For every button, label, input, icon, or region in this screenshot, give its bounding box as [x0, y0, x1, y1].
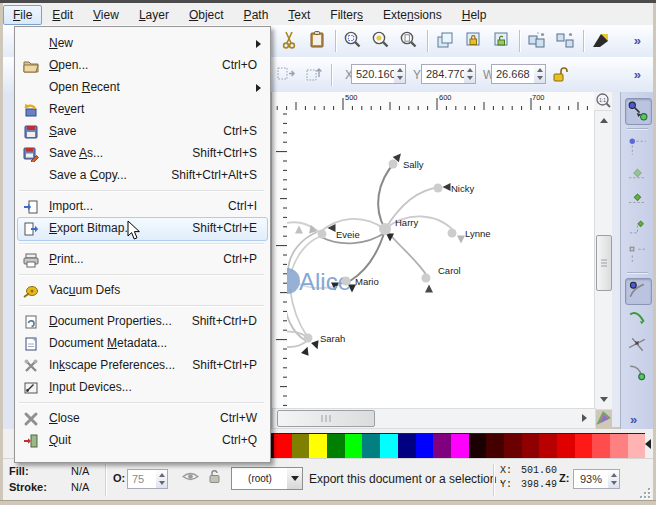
zoom-page-button[interactable] — [399, 30, 421, 52]
palette-swatch[interactable] — [274, 434, 292, 458]
layer-lock-icon[interactable] — [206, 467, 224, 486]
menubar-item-edit[interactable]: Edit — [42, 5, 83, 25]
palette-swatch[interactable] — [362, 434, 380, 458]
opacity-spinner[interactable] — [156, 469, 168, 489]
canvas[interactable]: AliceHarrySallyNickyEveieLynneMarioCarol… — [287, 110, 594, 408]
y-spinner[interactable] — [464, 64, 476, 84]
vscroll-thumb[interactable] — [596, 235, 612, 291]
menu-item-new[interactable]: New — [17, 32, 268, 56]
fill-stroke-button[interactable] — [591, 30, 613, 52]
palette-swatch[interactable] — [486, 434, 504, 458]
menu-item-close[interactable]: CloseCtrl+W — [17, 407, 268, 431]
graph-node-mario[interactable] — [342, 277, 351, 286]
palette-swatch[interactable] — [575, 434, 593, 458]
menu-item-save[interactable]: SaveCtrl+S — [17, 120, 268, 144]
palette-swatch[interactable] — [539, 434, 557, 458]
layer-visibility-eye-icon[interactable] — [181, 467, 200, 486]
menubar-item-path[interactable]: Path — [234, 5, 279, 25]
snap-bbox-corners-button[interactable] — [625, 134, 652, 161]
y-coordinate-input[interactable]: 284.770 — [421, 64, 469, 84]
snap-overflow-chevron[interactable]: » — [630, 412, 637, 427]
zoom-1-1-icon[interactable]: 1:1 — [594, 92, 613, 110]
menu-item-document-properties[interactable]: Document Properties...Shift+Ctrl+D — [17, 310, 268, 334]
w-coordinate-input[interactable]: 26.668 — [491, 64, 539, 84]
scroll-down-arrow[interactable] — [600, 397, 608, 402]
palette-swatch[interactable] — [504, 434, 522, 458]
menu-item-quit[interactable]: QuitCtrl+Q — [17, 429, 268, 453]
raise-to-top-button[interactable] — [304, 64, 326, 86]
palette-swatch[interactable] — [522, 434, 540, 458]
palette-swatch[interactable] — [327, 434, 345, 458]
snap-bbox-edges-button[interactable] — [625, 161, 652, 188]
toolbar-overflow-chevron[interactable]: » — [634, 33, 641, 48]
scroll-right-arrow[interactable] — [582, 414, 587, 422]
palette-swatch[interactable] — [628, 434, 646, 458]
hscroll-thumb[interactable] — [277, 410, 375, 427]
graph-node-nicky[interactable] — [434, 184, 443, 193]
snap-nodes-button[interactable] — [625, 242, 652, 269]
menu-item-document-metadata[interactable]: Document Metadata... — [17, 332, 268, 356]
x-spinner[interactable] — [394, 64, 406, 84]
tool-options-overflow-chevron[interactable]: » — [634, 67, 641, 82]
menubar-item-file[interactable]: File — [3, 5, 42, 25]
menu-item-import[interactable]: Import...Ctrl+I — [17, 195, 268, 219]
palette-swatch[interactable] — [416, 434, 434, 458]
menu-item-save-as[interactable]: Save As...Shift+Ctrl+S — [17, 142, 268, 166]
resize-grip[interactable] — [638, 486, 650, 498]
palette-swatch[interactable] — [433, 434, 451, 458]
paste-button[interactable] — [307, 30, 329, 52]
raise-selection-button[interactable] — [276, 64, 298, 86]
zoom-selection-button[interactable] — [343, 30, 365, 52]
graph-node-lynne[interactable] — [448, 229, 457, 238]
scroll-up-arrow[interactable] — [600, 118, 608, 123]
graph-node-sally[interactable] — [389, 160, 398, 169]
snap-bbox-edge-midpoints-button[interactable] — [625, 188, 652, 215]
lock-ratio-icon[interactable] — [551, 64, 573, 86]
palette-swatch[interactable] — [592, 434, 610, 458]
cut-button[interactable] — [279, 30, 301, 52]
palette-swatch[interactable] — [380, 434, 398, 458]
palette-swatch[interactable] — [309, 434, 327, 458]
palette-swatch[interactable] — [610, 434, 628, 458]
menu-item-export-bitmap[interactable]: Export Bitmap...Shift+Ctrl+E — [17, 217, 268, 241]
snap-cusp-nodes-button[interactable] — [625, 359, 652, 386]
menubar-item-extensions[interactable]: Extensions — [373, 5, 452, 25]
graph-node-harry[interactable] — [379, 223, 391, 235]
menu-item-vacuum-defs[interactable]: Vacuum Defs — [17, 279, 268, 303]
zoom-spinner[interactable] — [608, 469, 620, 489]
menubar-item-filters[interactable]: Filters — [320, 5, 373, 25]
vertical-scrollbar[interactable] — [594, 110, 614, 410]
palette-swatch[interactable] — [345, 434, 363, 458]
graph-node-carol[interactable] — [422, 274, 431, 283]
layer-selector-dropdown[interactable] — [287, 467, 303, 490]
palette-swatch[interactable] — [469, 434, 487, 458]
ungroup-objects-button[interactable] — [555, 30, 577, 52]
x-coordinate-input[interactable]: 520.160 — [351, 64, 399, 84]
menu-item-inkscape-preferences[interactable]: Inkscape Preferences...Shift+Ctrl+P — [17, 354, 268, 378]
create-clone-button[interactable] — [463, 30, 485, 52]
graph-node-eveie[interactable] — [318, 230, 327, 239]
zoom-drawing-button[interactable] — [371, 30, 393, 52]
menu-item-save-a-copy[interactable]: Save a Copy...Shift+Ctrl+Alt+S — [17, 164, 268, 188]
graph-node-sarah[interactable] — [304, 334, 313, 343]
zoom-input[interactable]: 93% — [573, 469, 609, 489]
palette-swatch[interactable] — [557, 434, 575, 458]
fill-value[interactable]: N/A — [71, 465, 89, 477]
menu-item-input-devices[interactable]: Input Devices... — [17, 376, 268, 400]
menubar-item-object[interactable]: Object — [179, 5, 234, 25]
menu-item-revert[interactable]: Revert — [17, 98, 268, 122]
group-objects-button[interactable] — [527, 30, 549, 52]
layer-selector[interactable]: (root) — [231, 467, 289, 490]
menu-item-open-recent[interactable]: Open Recent — [17, 76, 268, 100]
palette-swatch[interactable] — [292, 434, 310, 458]
horizontal-scrollbar[interactable] — [272, 408, 596, 429]
palette-scroll-left-icon[interactable] — [645, 439, 651, 449]
palette-swatch[interactable] — [451, 434, 469, 458]
enable-snapping-button[interactable] — [625, 98, 652, 125]
palette-swatch[interactable] — [398, 434, 416, 458]
menubar-item-help[interactable]: Help — [452, 5, 497, 25]
duplicate-button[interactable] — [435, 30, 457, 52]
w-spinner[interactable] — [534, 64, 546, 84]
stroke-value[interactable]: N/A — [71, 481, 89, 493]
snap-path-intersections-button[interactable] — [625, 332, 652, 359]
